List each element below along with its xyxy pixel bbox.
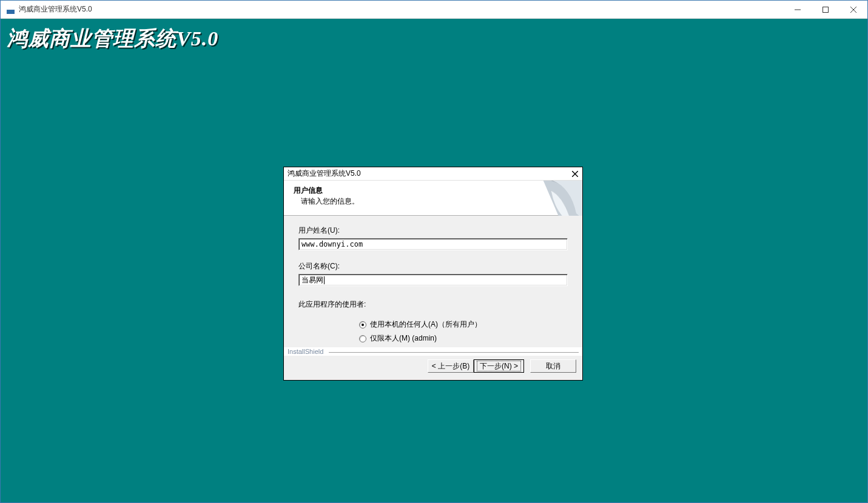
company-input[interactable]: 当易网	[298, 274, 568, 286]
radio-only-me[interactable]: 仅限本人(M) (admin)	[359, 333, 568, 344]
close-button[interactable]	[839, 1, 867, 19]
username-value: www.downyi.com	[301, 240, 363, 248]
installer-footer: < 上一步(B) 下一步(N) > 取消	[284, 356, 582, 380]
installshield-label: InstallShield	[288, 348, 323, 355]
cancel-button-label: 取消	[546, 361, 560, 371]
installer-body: 用户姓名(U): www.downyi.com 公司名称(C): 当易网 此应用…	[284, 216, 582, 347]
installer-header: 用户信息 请输入您的信息。	[284, 181, 582, 216]
window-title: 鸿威商业管理系统V5.0	[19, 4, 92, 15]
titlebar: 鸿威商业管理系统V5.0	[1, 1, 867, 19]
svg-rect-1	[823, 7, 829, 12]
close-icon	[850, 7, 856, 13]
app-icon	[5, 5, 15, 15]
radio-icon	[359, 335, 366, 342]
next-button[interactable]: 下一步(N) >	[474, 359, 524, 373]
main-area: 鸿威商业管理系统V5.0 鸿威商业管理系统V5.0 用户信息 请输入您的信息。	[1, 19, 867, 502]
installer-title: 鸿威商业管理系统V5.0	[288, 168, 361, 179]
radio-all-users[interactable]: 使用本机的任何人(A)（所有用户）	[359, 319, 568, 330]
username-input[interactable]: www.downyi.com	[298, 238, 568, 250]
maximize-icon	[823, 7, 829, 13]
users-section-label: 此应用程序的使用者:	[298, 299, 568, 310]
next-button-label: 下一步(N) >	[477, 361, 521, 371]
radio-only-me-label: 仅限本人(M) (admin)	[370, 333, 437, 344]
company-value: 当易网	[301, 275, 323, 285]
page-curl-icon	[540, 181, 582, 216]
installer-header-art	[540, 181, 582, 216]
brand-title: 鸿威商业管理系统V5.0	[7, 25, 218, 53]
cancel-button[interactable]: 取消	[530, 359, 576, 373]
back-button-label: < 上一步(B)	[432, 361, 469, 371]
installer-header-title: 用户信息	[294, 185, 323, 196]
installer-header-subtitle: 请输入您的信息。	[301, 196, 359, 207]
radio-all-users-label: 使用本机的任何人(A)（所有用户）	[370, 319, 482, 330]
username-label: 用户姓名(U):	[298, 225, 568, 236]
minimize-icon	[795, 7, 801, 13]
radio-icon	[359, 321, 366, 328]
installer-separator: InstallShield	[285, 347, 581, 356]
app-window: 鸿威商业管理系统V5.0 鸿威商业管理系统V5.0 鸿威商业管理系统V5.0 用…	[0, 0, 868, 503]
text-caret	[324, 276, 325, 284]
maximize-button[interactable]	[812, 1, 839, 19]
minimize-button[interactable]	[784, 1, 812, 19]
company-label: 公司名称(C):	[298, 261, 568, 271]
installer-dialog: 鸿威商业管理系统V5.0 用户信息 请输入您的信息。	[283, 167, 583, 381]
back-button[interactable]: < 上一步(B)	[428, 359, 474, 373]
installer-close-button[interactable]	[568, 168, 582, 180]
separator-line	[329, 352, 579, 353]
installer-titlebar: 鸿威商业管理系统V5.0	[284, 167, 582, 181]
close-icon	[572, 171, 578, 177]
